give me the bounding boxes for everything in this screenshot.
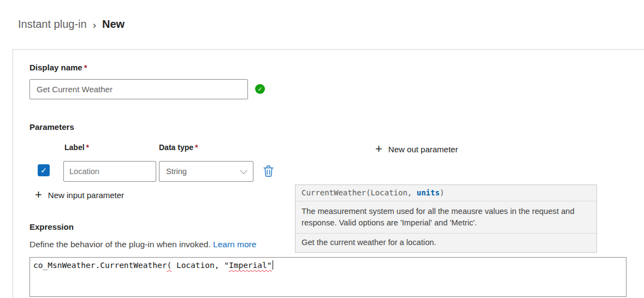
expression-title: Expression (29, 222, 74, 231)
display-name-label: Display name* (29, 63, 87, 72)
datatype-column-header: Data type* (159, 143, 198, 152)
code-open-paren: ( (167, 261, 172, 270)
required-asterisk: * (86, 143, 89, 152)
text-cursor (273, 260, 274, 270)
signature-help-tooltip: CurrentWeather(Location, units) The meas… (295, 184, 597, 253)
code-function-name: co_MsnWeather.CurrentWeather (33, 261, 167, 270)
trash-icon (263, 165, 274, 178)
datatype-selected-value: String (166, 167, 187, 176)
new-out-parameter-button[interactable]: + New out parameter (375, 143, 458, 155)
datatype-dropdown[interactable]: String (159, 161, 253, 182)
delete-parameter-button[interactable] (261, 165, 275, 179)
plus-icon: + (35, 189, 42, 201)
display-name-input[interactable] (29, 79, 248, 99)
parameters-title: Parameters (29, 122, 74, 132)
code-line: co_MsnWeather.CurrentWeather( Location, … (33, 260, 623, 270)
function-summary: Get the current weather for a location. (296, 233, 596, 252)
signature-line: CurrentWeather(Location, units) (296, 185, 596, 201)
label-column-header: Label* (64, 143, 89, 152)
code-arguments: Location, " (172, 261, 229, 270)
valid-check-icon: ✓ (255, 84, 265, 94)
breadcrumb-chevron-icon: › (93, 19, 96, 30)
new-input-parameter-label: New input parameter (48, 190, 124, 200)
breadcrumb: Instant plug-in › New (18, 18, 125, 31)
parameter-checkbox[interactable]: ✓ (38, 164, 50, 176)
plugin-form-panel: Display name* ✓ Parameters Label* Data t… (13, 49, 644, 298)
required-asterisk: * (84, 63, 87, 72)
breadcrumb-item-new: New (102, 18, 125, 31)
expression-description: Define the behavior of the plug-in when … (29, 240, 256, 249)
new-input-parameter-button[interactable]: + New input parameter (35, 189, 124, 201)
required-asterisk: * (195, 143, 198, 152)
breadcrumb-item-instant-plugin[interactable]: Instant plug-in (18, 18, 87, 31)
code-string-literal: Imperial" (229, 261, 272, 270)
parameter-doc: The measurement system used for all the … (296, 201, 596, 233)
expression-editor[interactable]: co_MsnWeather.CurrentWeather( Location, … (29, 257, 627, 297)
chevron-down-icon (240, 166, 247, 174)
checkmark-icon: ✓ (40, 166, 47, 175)
active-parameter: units (417, 188, 440, 197)
learn-more-link[interactable]: Learn more (213, 240, 256, 249)
new-out-parameter-label: New out parameter (388, 145, 458, 154)
parameter-label-input[interactable] (63, 161, 156, 182)
plus-icon: + (375, 143, 382, 155)
